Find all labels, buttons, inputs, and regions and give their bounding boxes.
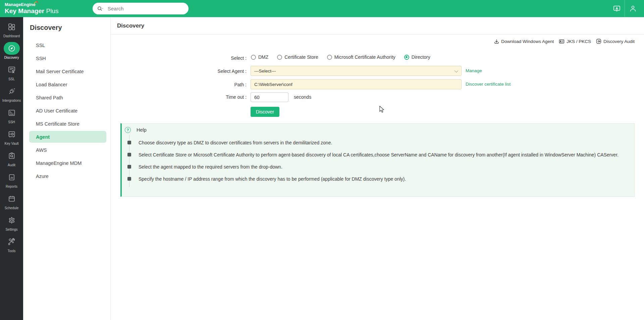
radio-label: Microsoft Certificate Authority [334,54,395,60]
rail-item-audit[interactable]: Audit [0,149,23,171]
user-icon[interactable] [625,0,641,17]
rail-item-integrations[interactable]: Intergrations [0,85,23,106]
radio-circle-icon [404,55,409,60]
action-label: JKS / PKCS [567,39,591,44]
sidebar-item-manageengine-mdm[interactable]: ManageEngine MDM [23,156,110,170]
page-actions: Download Windows Agent JKS / PKCS Discov… [494,39,635,44]
bullet-square-icon [127,141,131,144]
rail-item-ssh[interactable]: SSH SSH [0,106,23,128]
rail-label: Reports [6,185,17,188]
rail-item-reports[interactable]: Reports [0,171,23,192]
download-icon [494,39,499,44]
audit-at-icon [596,39,601,44]
radio-dmz[interactable]: DMZ [251,54,268,60]
help-bullet: Select Certificate Store or Microsoft Ce… [122,151,623,158]
clipboard-search-icon [8,152,16,160]
radio-directory[interactable]: Directory [404,54,430,60]
action-label: Discovery Audit [603,39,635,44]
page-title: Discovery [111,17,644,35]
sidebar-item-load-balancer[interactable]: Load Balancer [23,78,110,91]
nav-rail: Dashboard Discovery SSL Intergrations SS… [0,17,23,320]
help-bullet-text: Select the agent mapped to the required … [139,163,282,171]
timeout-unit: seconds [294,94,311,100]
logo-product-name: Key Manager Plus [5,7,59,15]
ssh-terminal-icon: SSH [8,109,16,117]
discovery-type-radio-group: DMZ Certificate Store Microsoft Certific… [251,54,430,60]
rail-label: Settings [5,228,17,231]
search-icon[interactable] [97,6,104,11]
svg-text:SSH: SSH [10,113,14,115]
sidebar-item-aws[interactable]: AWS [23,143,110,156]
rail-label: Audit [8,163,15,167]
bullet-square-icon [127,177,131,181]
rail-label: Tools [8,249,15,253]
timeout-label: Time out : [111,94,247,100]
bullet-square-icon [127,153,131,156]
tools-icon [8,238,16,246]
logo-manageengine: ManageEngine [5,2,36,7]
select-agent-label: Select Agent : [111,68,247,74]
app-logo[interactable]: ManageEngine Key Manager Plus [5,1,59,15]
help-title: Help [137,127,147,133]
help-bullet: Select the agent mapped to the required … [122,163,623,171]
calendar-icon [8,195,16,203]
rail-item-settings[interactable]: Settings [0,214,23,235]
radio-label: Certificate Store [284,54,318,60]
rail-item-ssl[interactable]: SSL [0,63,23,85]
radio-certificate-store[interactable]: Certificate Store [277,54,318,60]
manage-link[interactable]: Manage [466,68,482,73]
help-bullet: Specify the hostname / IP address range … [122,175,623,183]
logo-swirl-icon [34,1,38,4]
discover-button[interactable]: Discover [251,107,279,117]
rail-label: SSL [8,77,15,81]
sidebar-item-azure[interactable]: Azure [23,170,110,183]
help-bullet-list: Choose discovery type as DMZ to discover… [122,139,623,187]
jks-pkcs-link[interactable]: JKS / PKCS [559,39,591,44]
bullet-square-icon [127,165,131,169]
help-bullet-text: Choose discovery type as DMZ to discover… [139,139,332,146]
vault-icon [8,130,16,138]
feedback-icon[interactable] [609,0,625,17]
sidebar-item-ssl[interactable]: SSL [23,39,110,52]
sidebar-item-shared-path[interactable]: Shared Path [23,91,110,104]
search-input[interactable] [108,6,184,11]
rail-label: Discovery [4,56,19,59]
help-bullet-text: Specify the hostname / IP address range … [139,175,406,183]
sidebar-item-ms-certificate-store[interactable]: MS Certificate Store [23,117,110,130]
agent-select-value: ---Select--- [254,68,276,74]
rail-item-schedule[interactable]: Schedule [0,192,23,214]
radio-circle-icon [327,55,332,60]
plug-icon [8,87,16,95]
rail-label: SSH [8,120,15,124]
rail-item-key-vault[interactable]: Key Vault [0,128,23,149]
timeout-input[interactable] [251,92,288,102]
sidebar-title: Discovery [23,17,110,32]
download-windows-agent-link[interactable]: Download Windows Agent [494,39,554,44]
rail-item-dashboard[interactable]: Dashboard [0,20,23,42]
main-content: Discovery Download Windows Agent JKS / P… [111,17,644,320]
sidebar-item-ssh[interactable]: SSH [23,52,110,65]
dashboard-grid-icon [8,23,16,31]
rail-label: Intergrations [2,99,21,102]
radio-circle-icon [277,55,282,60]
discover-certificate-list-link[interactable]: Discover certificate list [466,82,511,87]
top-header: ManageEngine Key Manager Plus [0,0,644,17]
agent-select-dropdown[interactable]: ---Select--- [251,66,462,76]
global-search[interactable] [93,3,189,14]
radio-microsoft-certificate-authority[interactable]: Microsoft Certificate Authority [327,54,395,60]
action-label: Download Windows Agent [501,39,554,44]
sidebar-item-agent[interactable]: Agent [29,131,106,143]
rail-item-tools[interactable]: Tools [0,235,23,257]
sidebar-item-ad-user-certificate[interactable]: AD User Certificate [23,104,110,117]
discovery-audit-link[interactable]: Discovery Audit [596,39,635,44]
rail-item-discovery[interactable]: Discovery [0,42,23,63]
radio-label: DMZ [258,54,268,60]
question-mark-icon: ? [125,127,131,133]
path-input[interactable] [251,79,462,89]
rail-label: Schedule [5,206,19,210]
radio-label: Directory [412,54,430,60]
discovery-sidebar: Discovery SSL SSH Mail Server Certificat… [23,17,111,320]
sidebar-item-mail-server-certificate[interactable]: Mail Server Certificate [23,65,110,78]
path-label: Path : [111,82,247,87]
help-bullet-text: Select Certificate Store or Microsoft Ce… [139,151,619,158]
